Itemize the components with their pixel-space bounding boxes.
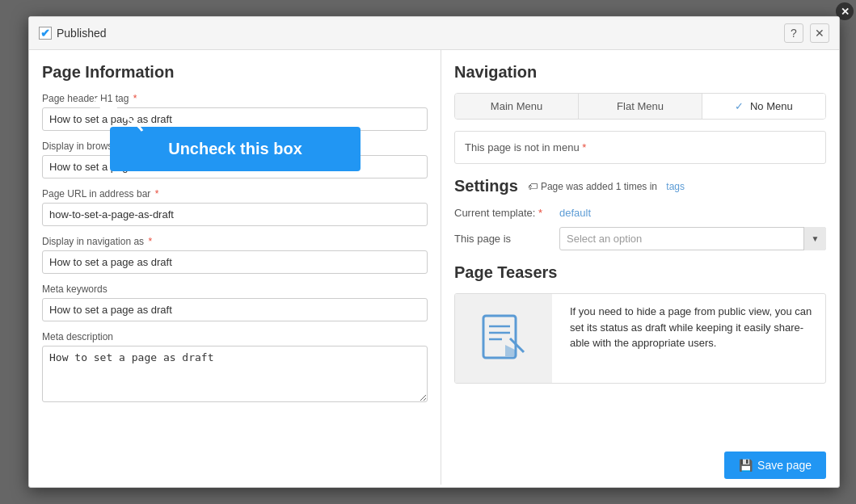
teaser-image-area (455, 294, 552, 383)
published-area: ✔ Published (39, 27, 107, 40)
tag-icon: 🏷 (528, 181, 538, 192)
checkbox-check-icon: ✔ (40, 27, 50, 40)
right-panel: Navigation Main Menu Flat Menu ✓ No Menu… (441, 50, 839, 485)
modal-footer: 💾 Save page (724, 452, 826, 479)
main-menu-label: Main Menu (491, 100, 542, 112)
tags-info: 🏷 Page was added 1 times in tags (528, 181, 685, 192)
page-teasers-section: Page Teasers If you need to hide a page … (454, 263, 826, 384)
modal-body: Page Information Uncheck this box P (29, 50, 839, 485)
url-field-group: Page URL in address bar * (42, 188, 428, 226)
nav-display-field-group: Display in navigation as * (42, 236, 428, 274)
no-menu-label: No Menu (750, 100, 793, 112)
teaser-content-box: If you need to hide a page from public v… (454, 293, 826, 384)
meta-description-field-group: Meta description (42, 331, 428, 405)
navigation-tabs: Main Menu Flat Menu ✓ No Menu (454, 93, 826, 120)
modal-dialog: ✔ Published ? ✕ Page Information (28, 16, 840, 488)
page-is-select-wrapper: Select an option ▼ (559, 227, 826, 250)
nav-display-input[interactable] (42, 250, 428, 274)
template-label: Current template: * (454, 207, 559, 219)
page-is-select[interactable]: Select an option (559, 227, 826, 250)
url-label: Page URL in address bar * (42, 188, 428, 200)
tab-no-menu[interactable]: ✓ No Menu (702, 94, 825, 119)
save-button-label: Save page (757, 459, 812, 472)
template-default-link[interactable]: default (559, 207, 591, 219)
no-menu-check-icon: ✓ (735, 100, 747, 112)
tooltip-text: Uncheck this box (168, 140, 302, 158)
url-input[interactable] (42, 203, 428, 226)
page-is-label: This page is (454, 233, 559, 245)
page-information-title: Page Information (42, 63, 428, 82)
help-button[interactable]: ? (784, 23, 803, 43)
meta-description-label: Meta description (42, 331, 428, 342)
tooltip-arrow-svg (86, 94, 150, 135)
settings-header: Settings 🏷 Page was added 1 times in tag… (454, 177, 826, 195)
teaser-text-content: If you need to hide a page from public v… (560, 294, 825, 383)
tab-main-menu[interactable]: Main Menu (455, 94, 579, 119)
teaser-document-icon (479, 314, 528, 363)
save-icon: 💾 (739, 459, 753, 472)
nav-display-label: Display in navigation as * (42, 236, 428, 247)
save-page-button[interactable]: 💾 Save page (724, 452, 826, 479)
page-is-row: This page is Select an option ▼ (454, 227, 826, 250)
flat-menu-label: Flat Menu (617, 100, 664, 112)
meta-keywords-input[interactable] (42, 298, 428, 321)
select-arrow-icon: ▼ (803, 227, 826, 250)
meta-keywords-label: Meta keywords (42, 284, 428, 295)
meta-keywords-field-group: Meta keywords (42, 284, 428, 321)
meta-description-textarea[interactable] (42, 346, 428, 402)
close-button[interactable]: ✕ (810, 23, 829, 43)
published-checkbox[interactable]: ✔ (39, 27, 52, 40)
left-panel: Page Information Uncheck this box P (29, 50, 441, 485)
settings-title: Settings (454, 177, 518, 195)
tab-flat-menu[interactable]: Flat Menu (579, 94, 702, 119)
modal-header: ✔ Published ? ✕ (29, 17, 839, 50)
tooltip-overlay: Uncheck this box (110, 127, 361, 171)
page-teasers-title: Page Teasers (454, 263, 826, 282)
header-actions: ? ✕ (784, 23, 829, 43)
template-row: Current template: * default (454, 207, 826, 219)
tags-link[interactable]: tags (666, 181, 685, 192)
published-label: Published (57, 27, 107, 40)
navigation-title: Navigation (454, 63, 826, 82)
not-in-menu-box: This page is not in menu * (454, 131, 826, 164)
